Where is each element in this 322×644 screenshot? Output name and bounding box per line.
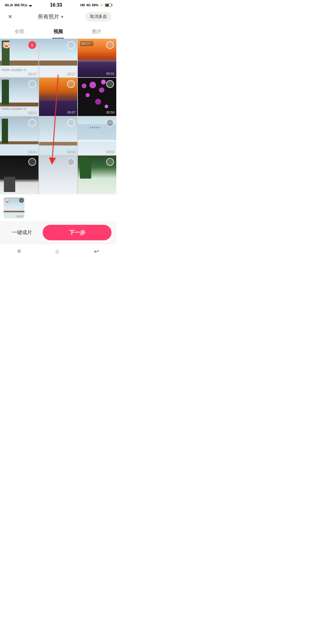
status-left: 4G.ıll 359.7K/s ☁: [5, 3, 32, 7]
grid-cell-8[interactable]: 00:30: [39, 117, 78, 155]
selected-duration-1: 00:17: [17, 214, 24, 217]
hd-badge: HD: [80, 3, 85, 7]
signal-icon: 4G.ıll: [5, 3, 13, 7]
pig-emoji-1: 🐷: [2, 41, 10, 49]
grid-cell-6[interactable]: 00:50: [78, 78, 116, 116]
charging-icon: ⚡: [100, 3, 104, 7]
grid-cell-3[interactable]: 格式工厂 00:01: [78, 39, 116, 77]
status-right: HD 4G 59% ⚡: [80, 3, 112, 7]
battery-icon: [105, 4, 112, 7]
tab-video[interactable]: 视频: [39, 26, 78, 38]
battery-percent: 59%: [92, 3, 98, 7]
duration-1: 00:17: [28, 72, 37, 75]
header-title[interactable]: 所有照片 ▾: [38, 13, 63, 20]
select-badge-10[interactable]: [28, 158, 36, 166]
album-title-text: 所有照片: [38, 13, 59, 20]
network-type: 4G: [86, 3, 91, 7]
duration-9: 00:03: [106, 150, 114, 153]
media-grid-wrapper: 🐷 1 00:17 平和惊鸿—纵何必情难一些 00:17 格式工厂 00:01: [0, 39, 116, 194]
select-badge-4[interactable]: [28, 80, 36, 88]
status-bar: 4G.ıll 359.7K/s ☁ 16:33 HD 4G 59% ⚡: [0, 0, 116, 9]
media-grid: 🐷 1 00:17 平和惊鸿—纵何必情难一些 00:17 格式工厂 00:01: [0, 39, 116, 194]
grid-cell-4[interactable]: 00:14 平和惊鸿—纵何必情难一些: [0, 78, 38, 116]
subtitle-4: 平和惊鸿—纵何必情难一些: [1, 107, 26, 110]
tab-all[interactable]: 全部: [0, 26, 39, 38]
select-badge-1[interactable]: 1: [28, 41, 36, 49]
back-icon[interactable]: ↩: [94, 248, 99, 255]
header: × 所有照片 ▾ 取消多选: [0, 9, 116, 26]
grid-cell-9[interactable]: ✈✈✈✈✈ 00:03: [78, 117, 116, 155]
duration-4: 00:14: [28, 111, 37, 114]
watermark-3: 格式工厂: [80, 41, 93, 46]
bottom-navigation: ≡ ⌂ ↩: [0, 244, 116, 261]
home-icon[interactable]: ⌂: [55, 248, 59, 255]
select-badge-5[interactable]: [67, 80, 75, 88]
select-badge-7[interactable]: [28, 119, 36, 127]
duration-5: 00:07: [67, 111, 76, 114]
status-time: 16:33: [50, 2, 62, 8]
duration-3: 00:01: [106, 72, 114, 75]
subtitle-1: 平和惊鸿—纵何必情难一些: [1, 68, 26, 71]
grid-cell-2[interactable]: 00:17: [39, 39, 78, 77]
next-button[interactable]: 下一步: [43, 225, 112, 240]
grid-cell-7[interactable]: 00:14: [0, 117, 38, 155]
select-badge-3[interactable]: [106, 41, 114, 49]
grid-cell-12[interactable]: [78, 156, 116, 194]
tabs-bar: 全部 视频 图片: [0, 26, 116, 39]
duration-7: 00:14: [28, 150, 37, 153]
grid-cell-11[interactable]: [39, 156, 78, 194]
chevron-down-icon: ▾: [61, 14, 63, 19]
grid-cell-1[interactable]: 🐷 1 00:17 平和惊鸿—纵何必情难一些: [0, 39, 38, 77]
pig-emoji-thumb: 🐷: [5, 199, 10, 203]
bottom-toolbar: 一键成片 下一步: [0, 221, 116, 244]
duration-8: 00:30: [67, 150, 76, 153]
selected-strip: 🐷 × 00:17: [0, 194, 116, 221]
duration-2: 00:17: [67, 72, 76, 75]
tab-photo[interactable]: 图片: [78, 26, 116, 38]
menu-icon[interactable]: ≡: [17, 248, 21, 255]
duration-6: 00:50: [106, 111, 114, 114]
data-icon: ☁: [29, 3, 32, 7]
grid-cell-10[interactable]: [0, 156, 38, 194]
remove-selected-button[interactable]: ×: [19, 198, 24, 203]
select-badge-12[interactable]: [106, 158, 114, 166]
select-badge-6[interactable]: [106, 80, 114, 88]
cancel-multi-select-button[interactable]: 取消多选: [85, 12, 112, 21]
auto-edit-button[interactable]: 一键成片: [5, 225, 39, 240]
speed-text: 359.7K/s: [14, 3, 27, 7]
close-button[interactable]: ×: [5, 11, 16, 22]
selected-thumb-1[interactable]: 🐷 × 00:17: [4, 197, 24, 218]
grid-cell-5[interactable]: 00:07: [39, 78, 78, 116]
